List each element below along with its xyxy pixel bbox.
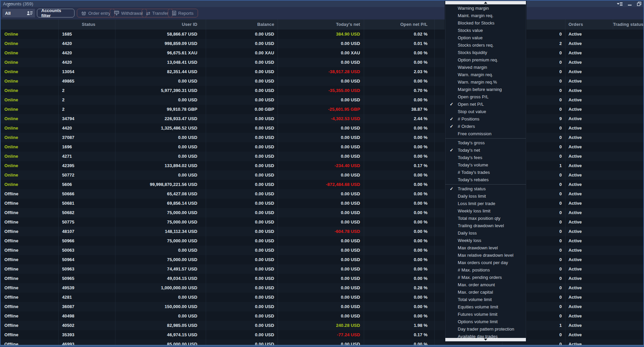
menu-item--max-pending-orders[interactable]: # Max. pending orders: [445, 274, 526, 281]
column-header-trading-status[interactable]: Trading status: [613, 19, 643, 30]
menu-item-maint-margin-req-[interactable]: Maint. margin req.: [445, 12, 526, 19]
menu-item-waived-margin[interactable]: Waived margin: [445, 64, 526, 71]
column-header-status[interactable]: Status: [59, 19, 115, 30]
menu-item-option-value[interactable]: Option value: [445, 34, 526, 42]
menu-item-weekly-loss-limit[interactable]: Weekly loss limit: [445, 207, 526, 215]
table-row[interactable]: Offline4699385,000.00 USD0.00 USD0.00 US…: [1, 340, 643, 345]
table-row[interactable]: Online25,977,390.31 USD0.00 USD-35,355.0…: [1, 86, 643, 95]
column-header-orders[interactable]: Orders: [565, 19, 613, 30]
column-header-open-net-p-l[interactable]: Open net P/L: [364, 19, 435, 30]
menu-item-trailing-drawdown-level[interactable]: Trailing drawdown level: [445, 222, 526, 230]
table-row[interactable]: Online442096,675.61 XAU0.00 XAU0.00 XAU0…: [1, 48, 643, 58]
menu-item-futures-volume-limit[interactable]: Futures volume limit: [445, 311, 526, 318]
menu-item-max-orders-count-per-day[interactable]: Max orders count per day: [445, 259, 526, 266]
menu-item-loss-limit-per-trade[interactable]: Loss limit per trade: [445, 200, 526, 207]
menu-item-max-order-capital[interactable]: Max. order capital: [445, 289, 526, 296]
table-row[interactable]: Online560699,998,870,221.56 USD0.00 USD-…: [1, 180, 643, 189]
menu-item-today-s-rebates[interactable]: Today's rebates: [445, 176, 526, 184]
horizontal-scrollbar[interactable]: [0, 345, 644, 347]
table-row[interactable]: Online44201,325,486.52 USD0.00 USD0.00 U…: [1, 123, 643, 133]
table-row[interactable]: Online442013,048.41 USD0.00 USD0.00 USD0…: [1, 58, 643, 67]
table-row[interactable]: Offline5066665,427.08 USD0.00 USD0.00 US…: [1, 189, 643, 199]
menu-item-today-s-volume[interactable]: Today's volume: [445, 161, 526, 169]
table-row[interactable]: Online507720.00 USD0.00 USD0.00 USD0.00 …: [1, 170, 643, 180]
table-row[interactable]: Offline3539346,974.15 USD0.00 USD-77.24 …: [1, 330, 643, 340]
reports-button[interactable]: Reports: [168, 9, 198, 17]
table-row[interactable]: Offline42810.00 USD0.00 USD0.00 USD0.00 …: [1, 293, 643, 302]
menu-item-daily-loss-limit[interactable]: Daily loss limit: [445, 193, 526, 200]
menu-item-stop-out-value[interactable]: Stop out value: [445, 108, 526, 115]
menu-scroll-down[interactable]: [445, 338, 526, 341]
menu-item-stocks-value[interactable]: Stocks value: [445, 27, 526, 34]
menu-item-blocked-for-stocks[interactable]: Blocked for Stocks: [445, 19, 526, 27]
minimize-icon[interactable]: [628, 2, 632, 6]
table-row[interactable]: Offline48107148,112.34 USD0.00 USD-604.7…: [1, 227, 643, 236]
table-row[interactable]: Online42710.00 USD0.00 USD0.00 USD0.00 %…: [1, 152, 643, 161]
menu-item-warn-margin-req-[interactable]: Warn. margin req.: [445, 71, 526, 79]
menu-item--orders[interactable]: ✓# Orders: [445, 123, 526, 130]
menu-item-warning-margin[interactable]: Warning margin: [445, 5, 526, 12]
table-row[interactable]: Offline495391,000,000.00 USD0.00 USD0.00…: [1, 283, 643, 293]
menu-item-stocks-liquidity[interactable]: Stocks liquidity: [445, 49, 526, 56]
table-row[interactable]: Offline4050282,985.05 USD0.00 USD240.28 …: [1, 321, 643, 330]
menu-item-total-volume-limit[interactable]: Total volume limit: [445, 296, 526, 303]
menu-item-options-volume-limit[interactable]: Options volume limit: [445, 318, 526, 326]
order-entry-button[interactable]: Order entry: [77, 9, 115, 17]
menu-item-max-order-amount[interactable]: Max. order amount: [445, 281, 526, 289]
menu-item--max-positions[interactable]: # Max. positions: [445, 266, 526, 274]
panel-list-icon[interactable]: [617, 2, 623, 6]
menu-item--positions[interactable]: ✓# Positions: [445, 115, 526, 123]
filter-icon[interactable]: [7, 3, 13, 8]
table-row[interactable]: Online1305482,351.44 USD0.00 USD-38,917.…: [1, 67, 643, 77]
table-row[interactable]: Offline36087150,000.00 USD0.00 USD0.00 U…: [1, 302, 643, 311]
menu-item-open-gross-p-l[interactable]: Open gross P/L: [445, 93, 526, 101]
table-row[interactable]: Offline500630.00 USD0.00 USD0.00 USD0.00…: [1, 246, 643, 255]
table-row[interactable]: Online20.00 USD0.00 USD0.00 USD0.00 %0Ac…: [1, 95, 643, 105]
restore-icon[interactable]: [637, 2, 641, 6]
menu-item-warn-margin-req-[interactable]: Warn. margin req.%: [445, 79, 526, 86]
table-row[interactable]: Offline5096549,034.15 USD0.00 USD0.00 US…: [1, 274, 643, 283]
table-row[interactable]: Online370870.00 USD0.00 USD0.00 USD0.00 …: [1, 133, 643, 142]
table-row[interactable]: Online299,910.78 GBP0.00 GBP-25,601.95 G…: [1, 105, 643, 114]
table-row[interactable]: Online498650.00 USD0.00 USD0.00 USD0.00 …: [1, 77, 643, 86]
accounts-filter-button[interactable]: Accounts filter: [37, 9, 75, 17]
menu-item-option-premium-req-[interactable]: Option premium req.: [445, 56, 526, 64]
table-row[interactable]: Online4420998,859.09 USD0.00 USD0.00 USD…: [1, 39, 643, 48]
cell-open_pl: 384.90 USD: [278, 30, 364, 39]
table-row[interactable]: Offline5096675,000.00 USD0.00 USD0.00 US…: [1, 236, 643, 246]
menu-item-equities-volume-limit[interactable]: Equities volume limit: [445, 303, 526, 311]
menu-item-today-s-fees[interactable]: Today's fees: [445, 154, 526, 161]
menu-item-max-drawdown-level[interactable]: Max drawdown level: [445, 244, 526, 252]
table-row[interactable]: Online168558,866.67 USD0.00 USD384.90 US…: [1, 30, 643, 39]
table-row[interactable]: Offline5077575,000.00 USD0.00 USD0.00 US…: [1, 217, 643, 227]
column-header-0[interactable]: [1, 19, 59, 30]
menu-item-today-s-gross[interactable]: Today's gross: [445, 139, 526, 147]
table-row[interactable]: Offline5068275,000.00 USD0.00 USD0.00 US…: [1, 208, 643, 217]
table-row[interactable]: Offline404980.00 USD0.00 USD0.00 USD0.00…: [1, 311, 643, 321]
table-row[interactable]: Offline5068169,856.14 USD0.00 USD0.00 US…: [1, 199, 643, 208]
menu-item-open-net-p-l[interactable]: ✓Open net P/L: [445, 101, 526, 108]
table-row[interactable]: Online34794226,933.47 USD0.00 USD-4,302.…: [1, 114, 643, 123]
account-group-selector[interactable]: All: [2, 9, 35, 17]
menu-item-today-s-net[interactable]: ✓Today's net: [445, 147, 526, 154]
table-row[interactable]: Offline5096475,000.00 USD0.00 USD0.00 US…: [1, 255, 643, 264]
menu-item--today-s-trades[interactable]: # Today's trades: [445, 169, 526, 176]
menu-item-total-max-position-qty[interactable]: Total max position qty: [445, 215, 526, 222]
menu-item-daily-loss[interactable]: Daily loss: [445, 230, 526, 237]
table-row[interactable]: Offline5096374,491.57 USD0.00 USD0.00 US…: [1, 264, 643, 274]
menu-item-margin-before-warning[interactable]: Margin before warning: [445, 86, 526, 93]
table-row[interactable]: Online42395133,894.02 USD0.00 USD-234.40…: [1, 161, 643, 170]
menu-item-label: Total max position qty: [458, 216, 500, 221]
column-header-balance[interactable]: Balance: [206, 19, 278, 30]
menu-item-weekly-loss[interactable]: Weekly loss: [445, 237, 526, 244]
menu-item-day-trader-pattern-protection[interactable]: Day trader pattern protection: [445, 326, 526, 333]
menu-item-stocks-orders-req-[interactable]: Stocks orders req.: [445, 42, 526, 49]
menu-item-free-commission[interactable]: Free commission: [445, 130, 526, 138]
menu-item-max-relative-drawdown-level[interactable]: Max relative drawdown level: [445, 252, 526, 259]
menu-item-available-day-trades[interactable]: Available day trades: [445, 333, 526, 338]
menu-scroll-up[interactable]: [445, 1, 526, 4]
column-header-user-id[interactable]: User ID: [115, 19, 206, 30]
table-row[interactable]: Online16960.00 USD0.00 USD0.00 USD0.00 %…: [1, 142, 643, 152]
menu-item-trading-status[interactable]: ✓Trading status: [445, 185, 526, 193]
column-header-today-s-net[interactable]: Today's net: [278, 19, 364, 30]
